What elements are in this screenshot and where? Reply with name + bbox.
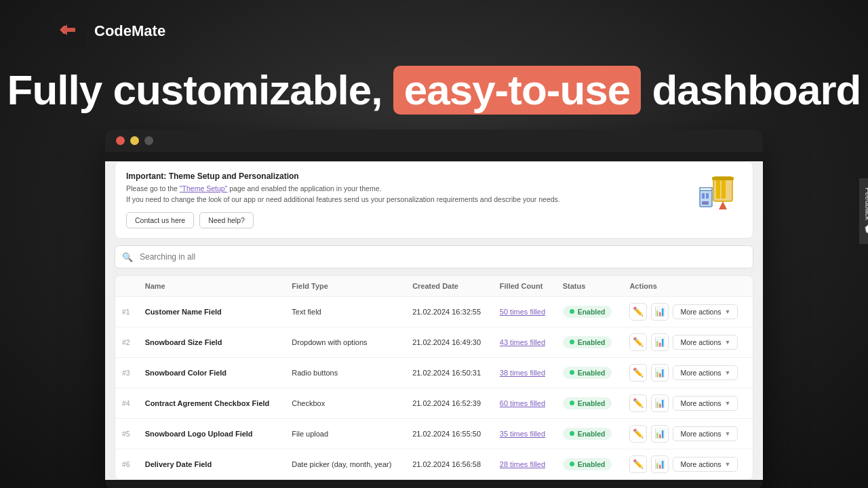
row-name: Snowboard Logo Upload Field bbox=[138, 418, 285, 449]
search-input[interactable] bbox=[115, 245, 753, 268]
browser-dot-gray[interactable] bbox=[144, 136, 153, 145]
row-filled-count: 35 times filled bbox=[493, 418, 556, 449]
more-actions-button[interactable]: More actions ▼ bbox=[673, 457, 738, 472]
more-actions-button[interactable]: More actions ▼ bbox=[673, 335, 738, 350]
status-dot bbox=[570, 401, 574, 405]
status-dot bbox=[570, 462, 574, 466]
status-dot bbox=[570, 431, 574, 436]
edit-button[interactable]: ✏️ bbox=[629, 455, 647, 473]
edit-button[interactable]: ✏️ bbox=[629, 364, 647, 382]
row-num: #4 bbox=[115, 388, 138, 418]
notice-title: Important: Theme Setup and Personalizati… bbox=[126, 171, 682, 181]
row-created-date: 21.02.2024 16:56:58 bbox=[406, 449, 493, 479]
more-actions-button[interactable]: More actions ▼ bbox=[673, 365, 738, 380]
status-badge: Enabled bbox=[563, 458, 612, 470]
row-filled-count: 43 times filled bbox=[493, 327, 556, 357]
edit-button[interactable]: ✏️ bbox=[629, 394, 647, 412]
more-actions-button[interactable]: More actions ▼ bbox=[673, 304, 738, 319]
row-created-date: 21.02.2024 16:52:39 bbox=[406, 388, 493, 418]
chevron-down-icon: ▼ bbox=[725, 369, 731, 376]
row-actions: ✏️ 📊 More actions ▼ bbox=[623, 418, 753, 449]
notice-body-line2: If you need to change the look of our ap… bbox=[126, 195, 682, 205]
row-field-type: File upload bbox=[285, 418, 406, 449]
analytics-button[interactable]: 📊 bbox=[651, 333, 669, 351]
row-num: #6 bbox=[115, 449, 138, 479]
browser-window: Important: Theme Setup and Personalizati… bbox=[105, 129, 763, 488]
notice-banner: Important: Theme Setup and Personalizati… bbox=[115, 161, 753, 239]
row-field-type: Checkbox bbox=[285, 388, 406, 418]
analytics-button[interactable]: 📊 bbox=[651, 425, 669, 443]
browser-bar bbox=[105, 129, 763, 152]
row-actions: ✏️ 📊 More actions ▼ bbox=[623, 357, 753, 388]
chevron-down-icon: ▼ bbox=[725, 461, 731, 468]
search-container: 🔍 bbox=[115, 245, 753, 268]
col-field-type: Field Type bbox=[285, 276, 406, 297]
row-name: Snowboard Color Field bbox=[138, 357, 285, 388]
table-row: #1 Customer Name Field Text field 21.02.… bbox=[115, 296, 753, 327]
status-dot bbox=[570, 370, 574, 375]
search-icon: 🔍 bbox=[122, 251, 133, 262]
row-actions: ✏️ 📊 More actions ▼ bbox=[623, 449, 753, 479]
filled-count-link[interactable]: 60 times filled bbox=[500, 399, 545, 407]
row-name: Contract Agrement Checkbox Field bbox=[138, 388, 285, 418]
col-num bbox=[115, 276, 138, 297]
filled-count-link[interactable]: 35 times filled bbox=[500, 430, 545, 438]
filled-count-link[interactable]: 28 times filled bbox=[500, 460, 545, 468]
browser-dot-yellow[interactable] bbox=[130, 136, 139, 145]
page-wrapper: CodeMate Fully customizable, easy-to-use… bbox=[0, 0, 868, 488]
status-badge: Enabled bbox=[563, 336, 612, 348]
row-created-date: 21.02.2024 16:55:50 bbox=[406, 418, 493, 449]
notice-link[interactable]: "Theme Setup" bbox=[180, 184, 228, 192]
row-name: Customer Name Field bbox=[138, 296, 285, 327]
col-actions: Actions bbox=[623, 276, 753, 297]
data-table: Name Field Type Created Date Filled Coun… bbox=[115, 275, 753, 480]
edit-button[interactable]: ✏️ bbox=[629, 425, 647, 443]
row-actions: ✏️ 📊 More actions ▼ bbox=[623, 327, 753, 357]
more-actions-button[interactable]: More actions ▼ bbox=[673, 396, 738, 411]
col-created-date: Created Date bbox=[406, 276, 493, 297]
chevron-down-icon: ▼ bbox=[725, 308, 731, 315]
status-badge: Enabled bbox=[563, 428, 612, 440]
contact-us-button[interactable]: Contact us here bbox=[126, 212, 194, 228]
table-row: #6 Delivery Date Field Date picker (day,… bbox=[115, 449, 753, 479]
analytics-button[interactable]: 📊 bbox=[651, 394, 669, 412]
filled-count-link[interactable]: 38 times filled bbox=[500, 369, 545, 377]
table-row: #5 Snowboard Logo Upload Field File uplo… bbox=[115, 418, 753, 449]
browser-dot-red[interactable] bbox=[116, 136, 125, 145]
table-row: #3 Snowboard Color Field Radio buttons 2… bbox=[115, 357, 753, 388]
analytics-button[interactable]: 📊 bbox=[651, 364, 669, 382]
analytics-button[interactable]: 📊 bbox=[651, 455, 669, 473]
row-filled-count: 28 times filled bbox=[493, 449, 556, 479]
row-actions: ✏️ 📊 More actions ▼ bbox=[623, 296, 753, 327]
logo-text: CodeMate bbox=[94, 22, 165, 40]
row-field-type: Date picker (day, month, year) bbox=[285, 449, 406, 479]
notice-buttons: Contact us here Need help? bbox=[126, 212, 682, 228]
headline-highlight: easy-to-use bbox=[393, 66, 642, 115]
feedback-tab[interactable]: Feedback 💬 bbox=[859, 178, 868, 244]
feedback-label: Feedback bbox=[864, 188, 868, 220]
headline: Fully customizable, easy-to-use dashboar… bbox=[0, 66, 868, 115]
row-field-type: Dropdown with options bbox=[285, 327, 406, 357]
filled-count-link[interactable]: 43 times filled bbox=[500, 338, 545, 346]
row-num: #3 bbox=[115, 357, 138, 388]
col-filled-count: Filled Count bbox=[493, 276, 556, 297]
status-badge: Enabled bbox=[563, 306, 612, 318]
row-status: Enabled bbox=[556, 418, 623, 449]
headline-prefix: Fully customizable, bbox=[7, 66, 382, 113]
col-status: Status bbox=[556, 276, 623, 297]
row-status: Enabled bbox=[556, 388, 623, 418]
row-field-type: Radio buttons bbox=[285, 357, 406, 388]
row-actions: ✏️ 📊 More actions ▼ bbox=[623, 388, 753, 418]
edit-button[interactable]: ✏️ bbox=[629, 333, 647, 351]
analytics-button[interactable]: 📊 bbox=[651, 303, 669, 321]
edit-button[interactable]: ✏️ bbox=[629, 303, 647, 321]
search-wrap: 🔍 bbox=[115, 245, 753, 268]
table-row: #2 Snowboard Size Field Dropdown with op… bbox=[115, 327, 753, 357]
more-actions-button[interactable]: More actions ▼ bbox=[673, 426, 738, 441]
table-header-row: Name Field Type Created Date Filled Coun… bbox=[115, 276, 753, 297]
filled-count-link[interactable]: 50 times filled bbox=[500, 308, 545, 316]
action-icons: ✏️ 📊 More actions ▼ bbox=[629, 425, 746, 443]
header: CodeMate bbox=[0, 0, 868, 62]
need-help-button[interactable]: Need help? bbox=[199, 212, 254, 228]
action-icons: ✏️ 📊 More actions ▼ bbox=[629, 303, 746, 321]
